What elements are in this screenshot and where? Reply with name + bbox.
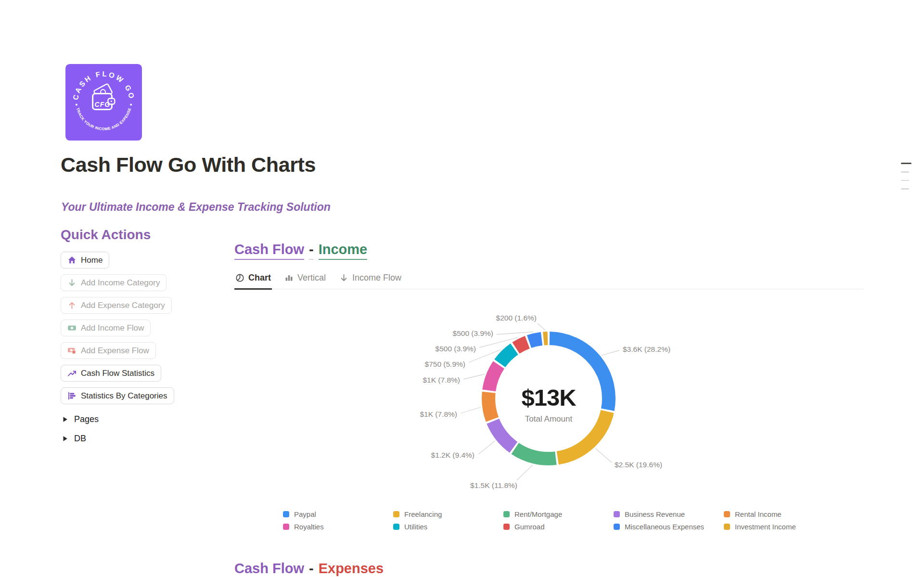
legend-label: Investment Income [735, 523, 796, 531]
segment-value-label: $2.5K (19.6%) [615, 461, 662, 469]
donut-segment-gumroad[interactable] [516, 342, 527, 348]
label-leader-line [538, 323, 545, 330]
banknote-icon [67, 323, 77, 333]
legend-item-gumroad[interactable]: Gumroad [503, 521, 614, 532]
quick-action-label: Add Expense Category [81, 301, 165, 310]
outline-indicator-line[interactable] [901, 163, 911, 164]
heading-dash: - [309, 561, 314, 577]
banknote-refund-icon [67, 346, 77, 355]
quick-actions-list: HomeAdd Income CategoryAdd Expense Categ… [61, 252, 174, 404]
donut-segment-rental-income[interactable] [488, 392, 492, 420]
page-subtitle: Your Ultimate Income & Expense Tracking … [61, 201, 331, 214]
label-leader-line [602, 350, 619, 355]
income-link[interactable]: Income [319, 242, 368, 260]
legend-swatch [724, 511, 730, 517]
legend-swatch [614, 524, 620, 530]
donut-segment-rent-mortgage[interactable] [515, 449, 556, 459]
segment-value-label: $750 (5.9%) [425, 360, 465, 368]
segment-value-label: $1.5K (11.8%) [470, 481, 517, 489]
label-leader-line [463, 374, 485, 380]
legend-label: Business Revenue [625, 510, 685, 518]
logo-monogram: CFG [95, 101, 110, 108]
tab-income-flow-label: Income Flow [352, 273, 401, 283]
app-logo: CASH FLOW GO TRACK YOUR INCOME AND EXPEN… [65, 64, 142, 141]
cash-flow-go-badge-icon: CASH FLOW GO TRACK YOUR INCOME AND EXPEN… [65, 64, 142, 141]
legend-label: Miscellaneous Expenses [625, 523, 704, 531]
donut-segment-utilities[interactable] [500, 349, 514, 363]
segment-value-label: $1K (7.8%) [420, 410, 457, 418]
tab-chart[interactable]: Chart [234, 268, 272, 290]
donut-segment-miscellaneous-expenses[interactable] [529, 339, 542, 342]
cash-flow-link[interactable]: Cash Flow [234, 561, 304, 577]
legend-item-rent-mortgage[interactable]: Rent/Mortgage [503, 508, 614, 520]
horizontal-bars-icon [67, 391, 77, 400]
triangle-right-icon [63, 416, 68, 423]
legend-label: Gumroad [514, 523, 545, 531]
segment-value-label: $1K (7.8%) [423, 376, 460, 384]
legend-item-royalties[interactable]: Royalties [283, 521, 393, 532]
outline-indicator [901, 163, 911, 190]
toggle-db[interactable]: DB [63, 432, 86, 445]
legend-swatch [503, 511, 510, 517]
legend-item-paypal[interactable]: Paypal [283, 508, 393, 520]
legend-label: Paypal [294, 510, 316, 518]
chart-total-value: $13K [500, 384, 597, 411]
quick-action-label: Cash Flow Statistics [81, 369, 154, 378]
quick-action-add-expense-flow[interactable]: Add Expense Flow [61, 342, 156, 359]
income-section-heading: Cash Flow - Income [234, 242, 367, 260]
income-view-tabs: Chart Vertical Income Flow [234, 268, 863, 289]
legend-item-investment-income[interactable]: Investment Income [724, 521, 834, 532]
toggle-pages[interactable]: Pages [63, 413, 99, 425]
trend-chart-icon [67, 369, 77, 378]
page-title: Cash Flow Go With Charts [61, 153, 316, 177]
legend-swatch [283, 524, 289, 530]
label-leader-line [461, 407, 481, 413]
legend-item-freelancing[interactable]: Freelancing [393, 508, 503, 520]
outline-indicator-line[interactable] [901, 180, 909, 181]
legend-item-rental-income[interactable]: Rental Income [724, 508, 834, 520]
segment-value-label: $500 (3.9%) [453, 329, 493, 337]
cash-flow-link[interactable]: Cash Flow [234, 242, 304, 260]
quick-action-home[interactable]: Home [61, 252, 109, 269]
arrow-down-icon [339, 273, 348, 282]
chart-total-label: Total Amount [500, 414, 597, 424]
label-leader-line [478, 441, 495, 454]
legend-swatch [614, 511, 620, 517]
label-leader-line [595, 449, 612, 462]
legend-swatch [283, 511, 289, 517]
legend-label: Freelancing [404, 510, 442, 518]
legend-label: Royalties [294, 523, 324, 531]
segment-value-label: $500 (3.9%) [436, 345, 476, 353]
legend-label: Utilities [404, 523, 427, 531]
quick-action-add-income-category[interactable]: Add Income Category [61, 274, 167, 291]
quick-action-statistics-by-categories[interactable]: Statistics By Categories [61, 387, 174, 404]
tab-vertical[interactable]: Vertical [283, 268, 327, 290]
legend-label: Rental Income [735, 510, 782, 518]
outline-indicator-line[interactable] [901, 188, 909, 190]
expense-section-heading: Cash Flow - Expenses [234, 561, 384, 577]
legend-swatch [503, 524, 510, 530]
donut-segment-royalties[interactable] [489, 365, 499, 390]
quick-action-label: Statistics By Categories [81, 391, 167, 401]
quick-action-add-income-flow[interactable]: Add Income Flow [61, 320, 151, 336]
pie-chart-icon [235, 273, 244, 282]
tab-income-flow[interactable]: Income Flow [338, 268, 402, 290]
label-leader-line [497, 332, 534, 335]
legend-swatch [724, 524, 730, 530]
tab-chart-label: Chart [248, 273, 271, 283]
donut-segment-investment-income[interactable] [543, 338, 548, 339]
quick-action-label: Add Income Category [81, 278, 160, 288]
toggle-db-label: DB [74, 434, 86, 444]
quick-action-add-expense-category[interactable]: Add Expense Category [61, 297, 172, 314]
segment-value-label: $3.6K (28.2%) [623, 345, 670, 353]
quick-action-cash-flow-statistics[interactable]: Cash Flow Statistics [61, 365, 161, 382]
legend-item-utilities[interactable]: Utilities [393, 521, 503, 532]
outline-indicator-line[interactable] [901, 171, 909, 173]
chart-legend: PaypalFreelancingRent/MortgageBusiness R… [283, 508, 834, 532]
legend-swatch [393, 524, 399, 530]
expenses-link[interactable]: Expenses [319, 561, 384, 577]
legend-item-miscellaneous-expenses[interactable]: Miscellaneous Expenses [614, 521, 724, 532]
legend-item-business-revenue[interactable]: Business Revenue [614, 508, 724, 520]
tab-vertical-label: Vertical [297, 273, 326, 283]
donut-segment-business-revenue[interactable] [493, 421, 513, 447]
